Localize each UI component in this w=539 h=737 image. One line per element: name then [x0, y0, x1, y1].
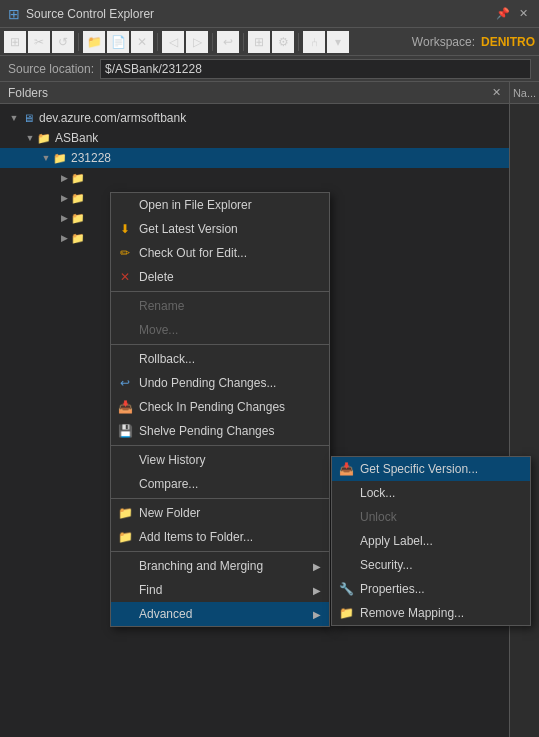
source-control-icon: ⊞: [8, 6, 20, 22]
title-text: Source Control Explorer: [26, 7, 154, 21]
menu-label-security: Security...: [360, 558, 522, 572]
menu-item-delete[interactable]: ✕ Delete: [111, 265, 329, 289]
expand-icon-sub3: ▶: [58, 213, 70, 223]
separator-1: [111, 291, 329, 292]
menu-item-get-latest-version[interactable]: ⬇ Get Latest Version: [111, 217, 329, 241]
menu-label-apply-label: Apply Label...: [360, 534, 522, 548]
menu-item-new-folder[interactable]: 📁 New Folder: [111, 501, 329, 525]
menu-item-add-items-to-folder[interactable]: 📁 Add Items to Folder...: [111, 525, 329, 549]
separator-2: [111, 344, 329, 345]
toolbar-btn-undo[interactable]: ↩: [217, 31, 239, 53]
tree-item-231228[interactable]: ▼ 📁 231228: [0, 148, 509, 168]
menu-label-lock: Lock...: [360, 486, 522, 500]
branching-arrow-icon: ▶: [313, 561, 321, 572]
compare-icon: [117, 476, 133, 492]
toolbar-btn-more[interactable]: ▾: [327, 31, 349, 53]
remove-mapping-icon: 📁: [338, 605, 354, 621]
menu-label-get-latest-version: Get Latest Version: [139, 222, 321, 236]
toolbar-btn-3[interactable]: ↺: [52, 31, 74, 53]
toolbar: ⊞ ✂ ↺ 📁 📄 ✕ ◁ ▷ ↩ ⊞ ⚙ ⑃ ▾ Workspace: DEN…: [0, 28, 539, 56]
toolbar-btn-close[interactable]: ✕: [131, 31, 153, 53]
menu-item-advanced[interactable]: Advanced ▶ 📥 Get Specific Version... Loc…: [111, 602, 329, 626]
title-bar: ⊞ Source Control Explorer 📌 ✕: [0, 0, 539, 28]
separator-5: [111, 551, 329, 552]
shelve-icon: 💾: [117, 423, 133, 439]
menu-item-security[interactable]: Security...: [332, 553, 530, 577]
properties-icon: 🔧: [338, 581, 354, 597]
toolbar-btn-1[interactable]: ⊞: [4, 31, 26, 53]
advanced-icon: [117, 606, 133, 622]
toolbar-btn-branch[interactable]: ⑃: [303, 31, 325, 53]
menu-item-rename: Rename: [111, 294, 329, 318]
expand-icon-asbank: ▼: [24, 133, 36, 143]
view-history-icon: [117, 452, 133, 468]
delete-icon: ✕: [117, 269, 133, 285]
menu-item-get-specific-version[interactable]: 📥 Get Specific Version...: [332, 457, 530, 481]
menu-item-branching-and-merging[interactable]: Branching and Merging ▶: [111, 554, 329, 578]
toolbar-btn-folder[interactable]: 📁: [83, 31, 105, 53]
tree-item-asbank[interactable]: ▼ 📁 ASBank: [0, 128, 509, 148]
menu-item-find[interactable]: Find ▶: [111, 578, 329, 602]
expand-icon-sub4: ▶: [58, 233, 70, 243]
folders-panel: Folders ✕ ▼ 🖥 dev.azure.com/armsoftbank …: [0, 82, 510, 737]
menu-item-check-out-for-edit[interactable]: ✏ Check Out for Edit...: [111, 241, 329, 265]
folders-label: Folders: [8, 86, 48, 100]
menu-label-delete: Delete: [139, 270, 321, 284]
menu-label-move: Move...: [139, 323, 321, 337]
menu-label-view-history: View History: [139, 453, 321, 467]
menu-item-view-history[interactable]: View History: [111, 448, 329, 472]
folder-icon-sub4: 📁: [70, 230, 86, 246]
panel-header: Folders ✕: [0, 82, 509, 104]
get-latest-version-icon: ⬇: [117, 221, 133, 237]
find-icon: [117, 582, 133, 598]
menu-item-open-file-explorer[interactable]: Open in File Explorer: [111, 193, 329, 217]
advanced-arrow-icon: ▶: [313, 609, 321, 620]
find-arrow-icon: ▶: [313, 585, 321, 596]
tree-item-sub1[interactable]: ▶ 📁: [0, 168, 509, 188]
apply-label-icon: [338, 533, 354, 549]
menu-item-apply-label[interactable]: Apply Label...: [332, 529, 530, 553]
folders-close-icon[interactable]: ✕: [492, 86, 501, 99]
server-label: dev.azure.com/armsoftbank: [39, 111, 186, 125]
location-bar: Source location:: [0, 56, 539, 82]
menu-item-check-in-pending-changes[interactable]: 📥 Check In Pending Changes: [111, 395, 329, 419]
pin-icon[interactable]: 📌: [495, 6, 511, 22]
toolbar-btn-left[interactable]: ◁: [162, 31, 184, 53]
asbank-label: ASBank: [55, 131, 98, 145]
folder-label-231228: 231228: [71, 151, 111, 165]
workspace-label: Workspace:: [412, 35, 479, 49]
toolbar-btn-new[interactable]: 📄: [107, 31, 129, 53]
title-bar-icons: 📌 ✕: [495, 6, 531, 22]
workspace-value: DENITRO: [481, 35, 535, 49]
folder-icon-sub3: 📁: [70, 210, 86, 226]
menu-label-rollback: Rollback...: [139, 352, 321, 366]
menu-item-properties[interactable]: 🔧 Properties...: [332, 577, 530, 601]
menu-item-undo-pending-changes[interactable]: ↩ Undo Pending Changes...: [111, 371, 329, 395]
menu-label-add-items-to-folder: Add Items to Folder...: [139, 530, 321, 544]
menu-label-check-in-pending-changes: Check In Pending Changes: [139, 400, 321, 414]
expand-icon-server: ▼: [8, 113, 20, 123]
menu-label-check-out-for-edit: Check Out for Edit...: [139, 246, 321, 260]
advanced-submenu: 📥 Get Specific Version... Lock... Unlock…: [331, 456, 531, 626]
menu-item-rollback[interactable]: Rollback...: [111, 347, 329, 371]
toolbar-btn-grid[interactable]: ⊞: [248, 31, 270, 53]
new-folder-icon: 📁: [117, 505, 133, 521]
menu-item-shelve-pending-changes[interactable]: 💾 Shelve Pending Changes: [111, 419, 329, 443]
close-icon[interactable]: ✕: [515, 6, 531, 22]
menu-item-lock[interactable]: Lock...: [332, 481, 530, 505]
unlock-icon: [338, 509, 354, 525]
location-label: Source location:: [8, 62, 94, 76]
toolbar-btn-settings[interactable]: ⚙: [272, 31, 294, 53]
menu-label-compare: Compare...: [139, 477, 321, 491]
right-panel-header: Na...: [510, 82, 539, 104]
menu-label-remove-mapping: Remove Mapping...: [360, 606, 522, 620]
expand-icon-sub1: ▶: [58, 173, 70, 183]
location-input[interactable]: [100, 59, 531, 79]
separator-3: [111, 445, 329, 446]
toolbar-btn-2[interactable]: ✂: [28, 31, 50, 53]
expand-icon-231228: ▼: [40, 153, 52, 163]
menu-item-remove-mapping[interactable]: 📁 Remove Mapping...: [332, 601, 530, 625]
tree-item-server[interactable]: ▼ 🖥 dev.azure.com/armsoftbank: [0, 108, 509, 128]
menu-item-compare[interactable]: Compare...: [111, 472, 329, 496]
toolbar-btn-right[interactable]: ▷: [186, 31, 208, 53]
